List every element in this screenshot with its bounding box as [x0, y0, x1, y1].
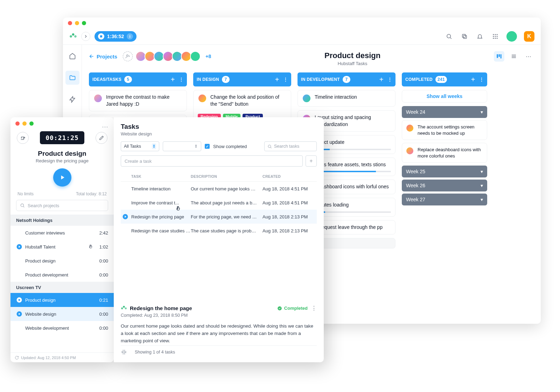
search-projects-input[interactable]: Search projects [16, 200, 108, 211]
play-icon[interactable] [122, 214, 128, 220]
show-all-weeks-button[interactable]: Show all weeks [402, 90, 487, 103]
detail-title: Redesign the home page [130, 305, 192, 311]
add-card-icon[interactable]: + [171, 76, 175, 84]
info-icon[interactable]: i [127, 33, 133, 40]
column-menu-icon[interactable]: ⋮ [388, 77, 392, 82]
svg-point-9 [493, 37, 494, 38]
card[interactable]: Replace deashboard icons with more color… [402, 143, 487, 163]
edit-button[interactable] [96, 132, 107, 144]
window-controls[interactable] [15, 121, 34, 126]
table-header: TASK DESCRIPTION CREATED [121, 174, 317, 182]
svg-rect-1 [463, 35, 467, 38]
card[interactable]: The account settings screen needs to be … [402, 120, 487, 140]
rail-folder-icon[interactable] [65, 71, 79, 85]
board-title: Product design [211, 51, 494, 60]
task-row[interactable]: Timeline interactionOur current home pag… [121, 182, 317, 196]
project-row[interactable]: Customer inteviews2:42 [10, 226, 114, 240]
limits-label: No limits [18, 191, 34, 196]
week-row[interactable]: Week 27▾ [402, 194, 487, 205]
copy-icon[interactable] [460, 32, 469, 41]
more-members-count[interactable]: +8 [205, 54, 211, 59]
user-avatar[interactable] [506, 31, 517, 42]
global-timer[interactable]: 1:36:52 i [94, 31, 136, 42]
hubstaff-logo-icon [69, 33, 77, 40]
kanban-view-icon[interactable] [494, 51, 504, 62]
tasks-panel: Tasks Website design All Tasks▲▼ ▲▼ Show… [114, 117, 324, 362]
project-row[interactable]: Website design0:00 [10, 307, 114, 321]
project-row[interactable]: Product design0:00 [10, 254, 114, 268]
stop-icon[interactable] [98, 33, 104, 40]
refresh-icon[interactable] [15, 356, 19, 360]
create-task-input[interactable]: Create a task [121, 155, 303, 167]
week-row[interactable]: Week 25▾ [402, 166, 487, 177]
play-button[interactable] [53, 168, 71, 187]
back-to-projects-link[interactable]: Projects [89, 54, 117, 59]
week-row[interactable]: Week 26▾ [402, 180, 487, 191]
nav-forward-button[interactable] [81, 32, 90, 41]
today-total: Total today: 8:12 [76, 191, 107, 196]
list-view-icon[interactable] [509, 51, 519, 62]
status-completed: Completed [277, 306, 308, 311]
break-button[interactable] [17, 132, 29, 144]
task-row-hover[interactable]: Redesign the pricing pageFor the pricing… [121, 210, 317, 224]
svg-point-6 [493, 36, 494, 37]
task-row[interactable]: Improve the contrast t...The about page … [121, 196, 317, 210]
add-card-icon[interactable]: + [275, 76, 279, 84]
svg-point-18 [21, 204, 23, 206]
column-completed: COMPLETED241+⋮ Show all weeks Week 24▾ T… [402, 72, 487, 208]
create-task-button[interactable]: + [306, 155, 317, 167]
tasks-title: Tasks [121, 123, 317, 131]
project-row[interactable]: Website development0:00 [10, 321, 114, 335]
rail-activity-icon[interactable] [65, 92, 79, 106]
card[interactable]: Timeline interaction [298, 90, 396, 107]
project-row[interactable]: Hubstaff Talent1:02 [10, 240, 114, 254]
task-row[interactable]: Redesign the case studies pa...The case … [121, 224, 317, 238]
member-avatars[interactable] [137, 51, 201, 62]
column-menu-icon[interactable]: ⋮ [284, 77, 288, 82]
column-header: IDEAS/TASKS5 +⋮ [89, 72, 187, 86]
chevron-down-icon: ▾ [481, 109, 483, 115]
avatar [302, 94, 311, 103]
cursor-pointer-icon [88, 244, 93, 250]
add-card-icon[interactable]: + [379, 76, 384, 84]
svg-rect-16 [499, 54, 500, 57]
workspace-badge[interactable]: K [524, 31, 534, 42]
column-menu-icon[interactable]: ⋮ [479, 77, 484, 82]
add-card-icon[interactable]: + [471, 76, 475, 84]
project-row[interactable]: Product development0:00 [10, 268, 114, 282]
search-icon[interactable] [445, 32, 453, 41]
filters: All Tasks▲▼ ▲▼ Show completed Search tas… [121, 141, 317, 151]
filter-select[interactable]: All Tasks▲▼ [121, 141, 159, 151]
avatar [406, 147, 414, 155]
task-detail: Redesign the home page Completed ⋮ Compl… [121, 305, 317, 345]
svg-point-3 [493, 34, 494, 35]
avatar [93, 94, 103, 103]
completed-timestamp: Completed: Aug 23, 2018 8:50 PM [121, 313, 317, 318]
svg-point-10 [495, 37, 496, 38]
column-menu-icon[interactable]: ⋮ [179, 77, 183, 82]
collapse-panel-icon[interactable] [121, 349, 127, 355]
filter-select-2[interactable]: ▲▼ [163, 141, 201, 151]
window-controls[interactable] [68, 21, 86, 25]
card[interactable]: Improve the contrast to make Jared happy… [89, 90, 187, 111]
search-tasks-input[interactable]: Search tasks [264, 141, 317, 151]
show-completed-checkbox[interactable] [205, 144, 210, 149]
show-completed-label: Show completed [213, 144, 247, 149]
back-label: Projects [97, 54, 117, 59]
global-timer-value: 1:36:52 [107, 34, 124, 39]
more-menu-icon[interactable]: ⋯ [102, 123, 108, 131]
svg-point-0 [447, 34, 451, 38]
count-badge: 5 [124, 76, 132, 83]
rail-home-icon[interactable] [65, 49, 79, 63]
detail-menu-icon[interactable]: ⋮ [311, 305, 317, 312]
svg-point-25 [278, 306, 282, 310]
svg-rect-17 [500, 54, 502, 58]
svg-point-23 [268, 145, 271, 148]
apps-grid-icon[interactable] [491, 32, 499, 41]
svg-point-14 [127, 55, 128, 56]
bell-icon[interactable] [476, 32, 484, 41]
week-header-open[interactable]: Week 24▾ [402, 106, 487, 118]
add-people-button[interactable] [123, 51, 133, 61]
project-row-active[interactable]: Product design0:21 [10, 293, 114, 307]
more-menu-icon[interactable]: ⋯ [523, 51, 534, 62]
